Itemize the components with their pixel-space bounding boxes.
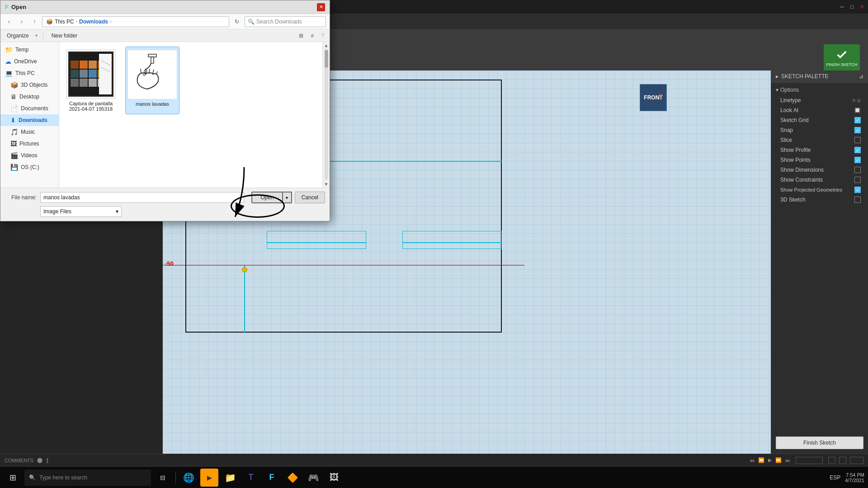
file-item-manos-lavadas[interactable]: manos lavadas [125, 47, 179, 114]
svg-rect-30 [89, 79, 97, 87]
scroll-track[interactable] [325, 50, 328, 180]
nav-item-3d-objects[interactable]: 📦 3D Objects [0, 79, 59, 91]
toolbar-separator [43, 32, 43, 39]
svg-rect-35 [128, 51, 176, 99]
path-folder-icon: 📦 [46, 19, 53, 25]
nav-item-this-pc[interactable]: 💻 This PC [0, 67, 59, 79]
open-button-dropdown[interactable]: ▾ [283, 192, 292, 203]
file-dialog: F Open ✕ ‹ › ↑ 📦 This PC › Downloads › ↻… [0, 0, 330, 221]
dialog-toolbar: Organize ▾ New folder ⊞ ≡ ? [0, 29, 330, 42]
organize-button[interactable]: Organize [4, 32, 32, 40]
svg-rect-20 [71, 61, 79, 69]
nav-item-os-c[interactable]: 💾 OS (C:) [0, 161, 59, 173]
svg-rect-25 [80, 70, 88, 78]
filename-input[interactable] [40, 192, 244, 203]
downloads-icon: ⬇ [10, 117, 16, 124]
svg-rect-28 [71, 79, 79, 87]
address-path[interactable]: 📦 This PC › Downloads › [42, 16, 229, 27]
dialog-search-box[interactable]: 🔍 Search Downloads [245, 16, 326, 27]
scroll-up-arrow[interactable]: ▲ [324, 43, 329, 48]
pictures-icon: 🖼 [10, 140, 17, 147]
svg-rect-22 [89, 61, 97, 69]
cancel-button[interactable]: Cancel [295, 192, 325, 203]
svg-rect-32 [99, 54, 112, 94]
dialog-nav: 📁 Temp ☁ OneDrive 💻 This PC 📦 3D Objects… [0, 42, 59, 188]
dialog-close-button[interactable]: ✕ [317, 3, 325, 11]
videos-icon: 🎬 [10, 152, 18, 159]
captura-thumbnail [66, 49, 116, 99]
dialog-addressbar: ‹ › ↑ 📦 This PC › Downloads › ↻ 🔍 Search… [0, 14, 330, 29]
nav-item-documents[interactable]: 📄 Documents [0, 103, 59, 114]
help-button[interactable]: ? [319, 32, 326, 40]
dialog-body: 📁 Temp ☁ OneDrive 💻 This PC 📦 3D Objects… [0, 42, 330, 188]
dialog-title: F Open [5, 4, 26, 10]
refresh-button[interactable]: ↻ [232, 17, 242, 27]
svg-line-40 [141, 69, 141, 73]
open-button[interactable]: Open [251, 192, 283, 203]
footer-buttons: Open ▾ Cancel [251, 192, 325, 203]
3d-objects-icon: 📦 [10, 81, 18, 89]
nav-item-music[interactable]: 🎵 Music [0, 126, 59, 138]
scroll-thumb[interactable] [325, 50, 328, 68]
search-icon: 🔍 [248, 19, 255, 25]
os-c-icon: 💾 [10, 164, 18, 171]
svg-rect-29 [80, 79, 88, 87]
scroll-down-arrow[interactable]: ▼ [324, 182, 329, 187]
manos-lavadas-thumbnail [127, 50, 177, 99]
svg-rect-26 [89, 70, 97, 78]
svg-line-42 [149, 69, 150, 73]
nav-item-downloads[interactable]: ⬇ Downloads [0, 114, 59, 126]
forward-button[interactable]: › [17, 17, 27, 27]
dialog-footer: File name: Open ▾ Cancel Image Files ▾ [0, 188, 330, 221]
nav-item-desktop[interactable]: 🖥 Desktop [0, 91, 59, 103]
file-item-captura[interactable]: Captura de pantalla 2021-04-07 195318 [64, 47, 118, 114]
back-button[interactable]: ‹ [4, 17, 14, 27]
nav-item-pictures[interactable]: 🖼 Pictures [0, 138, 59, 150]
new-folder-button[interactable]: New folder [49, 32, 80, 40]
open-button-group: Open ▾ [251, 192, 292, 203]
svg-rect-24 [71, 70, 79, 78]
dialog-scrollbar[interactable]: ▲ ▼ [322, 42, 330, 188]
dialog-title-icon: F [5, 4, 9, 10]
up-button[interactable]: ↑ [29, 17, 39, 27]
svg-rect-21 [80, 61, 88, 69]
onedrive-icon: ☁ [5, 58, 11, 65]
filetype-dropdown-arrow: ▾ [116, 208, 118, 215]
nav-item-onedrive[interactable]: ☁ OneDrive [0, 56, 59, 67]
nav-item-temp[interactable]: 📁 Temp [0, 44, 59, 56]
view-toggle-button[interactable]: ⊞ [297, 32, 305, 40]
music-icon: 🎵 [10, 128, 18, 136]
dialog-titlebar: F Open ✕ [0, 0, 330, 14]
footer-row-filename: File name: Open ▾ Cancel [5, 192, 325, 203]
documents-icon: 📄 [10, 105, 18, 112]
dialog-files-area: Captura de pantalla 2021-04-07 195318 [59, 42, 322, 188]
desktop-icon: 🖥 [10, 93, 17, 100]
this-pc-icon: 💻 [5, 70, 13, 77]
filetype-select[interactable]: Image Files ▾ [40, 206, 122, 217]
nav-item-videos[interactable]: 🎬 Videos [0, 150, 59, 161]
footer-row-filetype: Image Files ▾ [5, 206, 325, 217]
view-details-button[interactable]: ≡ [309, 32, 316, 40]
temp-icon: 📁 [5, 46, 13, 53]
filename-label: File name: [5, 194, 37, 201]
dialog-overlay: F Open ✕ ‹ › ↑ 📦 This PC › Downloads › ↻… [0, 0, 868, 488]
